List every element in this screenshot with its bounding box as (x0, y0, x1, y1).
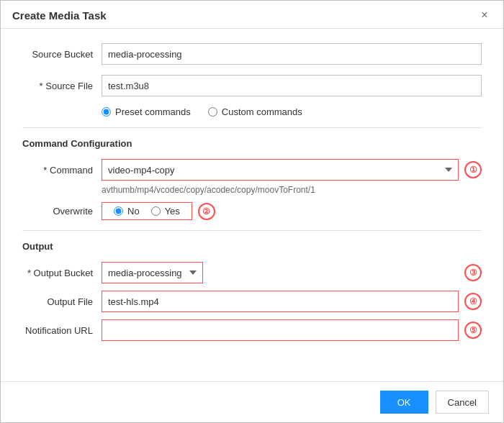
section-divider-2 (22, 230, 482, 231)
overwrite-row: Overwrite No Yes ② (22, 202, 482, 220)
custom-radio-input[interactable] (208, 107, 217, 117)
command-config-section-title: Command Configuration (22, 138, 482, 149)
dialog-title: Create Media Task (12, 9, 107, 22)
overwrite-yes-label: Yes (165, 206, 180, 217)
output-bucket-select[interactable]: media-processing (102, 262, 203, 283)
badge-5: ⑤ (464, 322, 482, 339)
command-type-radio-group: Preset commands Custom commands (102, 106, 482, 117)
notification-url-input[interactable] (102, 319, 459, 341)
overwrite-box: No Yes (102, 202, 192, 220)
output-bucket-label: * Output Bucket (22, 268, 102, 278)
source-bucket-row: Source Bucket (22, 43, 482, 65)
notification-url-row: Notification URL ⑤ (22, 319, 482, 341)
custom-commands-label: Custom commands (222, 106, 302, 117)
close-button[interactable]: × (477, 8, 492, 22)
badge-2: ② (198, 203, 215, 220)
overwrite-yes-input[interactable] (151, 206, 161, 216)
source-file-row: * Source File (22, 75, 482, 96)
command-select-wrapper: video-mp4-copy (102, 159, 459, 181)
output-bucket-select-wrapper: media-processing (102, 262, 459, 283)
overwrite-no-input[interactable] (114, 206, 123, 216)
output-section-title: Output (22, 241, 482, 252)
source-bucket-label: Source Bucket (22, 49, 102, 60)
source-file-input[interactable] (102, 75, 482, 96)
badge-4: ④ (464, 293, 482, 310)
dialog-body: Source Bucket * Source File Preset comma… (1, 29, 503, 381)
badge-1: ① (464, 161, 482, 178)
output-file-row: Output File ④ (22, 291, 482, 312)
section-divider-1 (22, 127, 482, 128)
dialog-footer: OK Cancel (1, 381, 503, 422)
output-bucket-row: * Output Bucket media-processing ③ (22, 262, 482, 283)
badge-3: ③ (464, 264, 482, 281)
create-media-task-dialog: Create Media Task × Source Bucket * Sour… (0, 0, 504, 423)
overwrite-no-radio[interactable]: No (114, 206, 140, 217)
overwrite-label: Overwrite (22, 206, 102, 217)
source-file-label: * Source File (22, 81, 102, 91)
overwrite-yes-radio[interactable]: Yes (151, 206, 180, 217)
preset-radio-input[interactable] (102, 107, 111, 117)
custom-commands-radio[interactable]: Custom commands (208, 106, 302, 117)
command-row: * Command video-mp4-copy ① (22, 159, 482, 181)
output-file-label: Output File (22, 296, 102, 307)
overwrite-no-label: No (127, 206, 140, 217)
command-select[interactable]: video-mp4-copy (102, 159, 459, 181)
ok-button[interactable]: OK (380, 391, 428, 414)
source-bucket-input[interactable] (102, 43, 482, 65)
preset-commands-label: Preset commands (115, 106, 191, 117)
notification-url-label: Notification URL (22, 325, 102, 336)
preset-commands-radio[interactable]: Preset commands (102, 106, 191, 117)
output-file-input[interactable] (102, 291, 459, 312)
dialog-header: Create Media Task × (1, 1, 503, 29)
command-label: * Command (22, 165, 102, 176)
command-hint: avthumb/mp4/vcodec/copy/acodec/copy/moov… (102, 185, 482, 195)
cancel-button[interactable]: Cancel (436, 391, 489, 414)
